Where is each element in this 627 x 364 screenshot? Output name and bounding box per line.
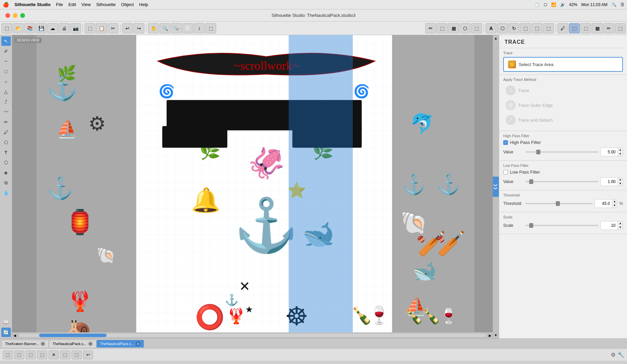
toolbar-r5[interactable]: ⬚	[471, 23, 482, 33]
tool-rotate[interactable]: 🔄	[1, 328, 11, 337]
tab-kraken-close[interactable]: ✕	[40, 341, 45, 346]
scroll-up-icon[interactable]: ▲	[494, 36, 497, 40]
toolbar-zoom-select[interactable]: ↕	[194, 23, 205, 33]
toolbar-zoom-fit[interactable]: ⬜	[182, 23, 193, 33]
scale-slider-thumb[interactable]	[529, 223, 533, 228]
toolbar-paste[interactable]: 📋	[96, 23, 107, 33]
high-pass-input-group[interactable]: ▲ ▼	[600, 148, 623, 156]
tab-nautical-2[interactable]: TheNauticalPack.s... ✕	[96, 340, 144, 347]
low-pass-spinners[interactable]: ▲ ▼	[618, 178, 623, 186]
tool-select[interactable]: ↖	[1, 36, 11, 46]
low-pass-spin-up[interactable]: ▲	[618, 178, 623, 182]
close-button[interactable]	[5, 13, 10, 18]
scroll-left-arrow[interactable]: ◀	[12, 334, 18, 337]
toolbar-r9[interactable]: ⬚	[520, 23, 531, 33]
tool-polygon[interactable]: ⬠	[1, 138, 11, 147]
bottom-merge[interactable]: ⬚	[37, 351, 47, 359]
scale-value-input[interactable]	[601, 222, 618, 229]
toolbar-r14[interactable]: ⬚	[580, 23, 591, 33]
expand-icon[interactable]: ❯❯	[493, 177, 499, 197]
tool-crop[interactable]: ⧉	[1, 178, 11, 187]
toolbar-r7[interactable]: ⬡	[497, 23, 508, 33]
toolbar-draw[interactable]: 🖊	[558, 23, 568, 33]
select-trace-area-button[interactable]: Select Trace Area	[503, 57, 623, 72]
high-pass-checkbox-label[interactable]: ✓ High Pass Filter	[503, 140, 541, 145]
threshold-input-group[interactable]: ▲ ▼	[595, 199, 617, 208]
low-pass-slider-track[interactable]	[525, 181, 598, 182]
toolbar-cut[interactable]: ✂	[108, 23, 118, 33]
app-name[interactable]: Silhouette Studio	[15, 2, 51, 7]
threshold-slider-track[interactable]	[525, 203, 593, 204]
toolbar-copy-cut[interactable]: ⬚	[85, 23, 95, 33]
bottom-delete[interactable]: ✕	[49, 351, 59, 359]
high-pass-checkbox[interactable]: ✓	[503, 140, 508, 145]
threshold-slider-thumb[interactable]	[556, 201, 560, 206]
menu-help[interactable]: Help	[139, 2, 148, 7]
toolbar-r16[interactable]: ✏	[603, 23, 614, 33]
tool-eraser[interactable]: ◈	[1, 168, 11, 177]
toolbar-zoom-in[interactable]: 🔍	[160, 23, 170, 33]
trace-method-detach[interactable]: Trace and Detach	[503, 113, 623, 127]
tool-node-edit[interactable]: ✐	[1, 47, 11, 56]
high-pass-slider-track[interactable]	[525, 151, 598, 153]
menu-object[interactable]: Object	[121, 2, 134, 7]
tool-pencil[interactable]: ✏	[1, 117, 11, 127]
scale-input-group[interactable]: ▲ ▼	[600, 221, 623, 230]
scale-spin-down[interactable]: ▼	[618, 225, 623, 230]
toolbar-screenshot[interactable]: 📷	[70, 23, 81, 33]
toolbar-r17[interactable]: ⬚	[615, 23, 626, 33]
tab-nautical-1[interactable]: TheNauticalPack.s... ✕	[49, 340, 96, 347]
toolbar-r13[interactable]: ⬚	[569, 23, 580, 33]
canvas-area[interactable]: DESIGN VIEW ⚓ ⚙ ⛵ 🏮	[12, 35, 499, 338]
toolbar-r15[interactable]: ▦	[592, 23, 603, 33]
tool-text[interactable]: T	[1, 148, 11, 157]
scale-slider-track[interactable]	[525, 225, 598, 226]
bottom-scrollbar[interactable]: ◀ ▶	[12, 332, 493, 338]
minimize-button[interactable]	[13, 13, 18, 18]
low-pass-value-input[interactable]	[601, 178, 618, 185]
bottom-ungroup[interactable]: ⬚	[26, 351, 36, 359]
menu-file[interactable]: File	[56, 2, 63, 7]
toolbar-save[interactable]: 💾	[36, 23, 47, 33]
high-pass-spin-up[interactable]: ▲	[618, 148, 623, 152]
tab-kraken[interactable]: TheKraken Banner... ✕	[1, 340, 49, 347]
toolbar-fullscreen[interactable]: ⬚	[205, 23, 216, 33]
bottom-flip-h[interactable]: ⬚	[60, 351, 70, 359]
toolbar-hand[interactable]: ✋	[148, 23, 159, 33]
tool-freehand[interactable]: 〰	[1, 107, 11, 117]
scrollbar-track[interactable]	[19, 334, 486, 337]
toolbar-redo[interactable]: ↪	[134, 23, 144, 33]
gear-icon[interactable]: ⚙	[611, 352, 616, 358]
tab-nautical-1-close[interactable]: ✕	[88, 341, 93, 346]
low-pass-spin-down[interactable]: ▼	[618, 182, 623, 186]
control-center-icon[interactable]: ☰	[621, 2, 624, 7]
low-pass-slider-thumb[interactable]	[529, 179, 533, 184]
tool-fill[interactable]: ⬡	[1, 158, 11, 167]
bottom-flip-v[interactable]: ⬚	[72, 351, 82, 359]
toolbar-libraries[interactable]: 📚	[24, 23, 35, 33]
toolbar-save-cloud[interactable]: ☁	[47, 23, 58, 33]
low-pass-input-group[interactable]: ▲ ▼	[600, 177, 623, 186]
maximize-button[interactable]	[20, 13, 25, 18]
scrollbar-thumb[interactable]	[39, 334, 107, 337]
toolbar-r10[interactable]: ⬚	[532, 23, 542, 33]
toolbar-r3[interactable]: ▦	[448, 23, 459, 33]
threshold-spin-up[interactable]: ▲	[612, 200, 617, 204]
apple-logo[interactable]: 🍎	[3, 2, 9, 8]
bottom-group[interactable]: ⬚	[14, 351, 24, 359]
tool-rectangle[interactable]: □	[1, 67, 11, 76]
menu-silhouette[interactable]: Silhouette	[96, 2, 116, 7]
low-pass-checkbox-label[interactable]: Low Pass Filter	[503, 170, 540, 175]
trace-method-trace[interactable]: Trace	[503, 84, 623, 97]
scroll-down-icon[interactable]: ▼	[494, 333, 497, 337]
toolbar-open[interactable]: 📂	[13, 23, 24, 33]
toolbar-r2[interactable]: ⬚	[437, 23, 448, 33]
threshold-spinners[interactable]: ▲ ▼	[612, 200, 617, 208]
bottom-rotate[interactable]: ↩	[83, 351, 93, 359]
settings-icon[interactable]: 🔧	[618, 352, 624, 358]
toolbar-text[interactable]: A	[486, 23, 496, 33]
scroll-right-arrow[interactable]: ▶	[487, 334, 493, 337]
high-pass-value-input[interactable]	[601, 149, 618, 155]
tool-library[interactable]: 📖	[1, 317, 11, 327]
toolbar-undo[interactable]: ↩	[122, 23, 133, 33]
